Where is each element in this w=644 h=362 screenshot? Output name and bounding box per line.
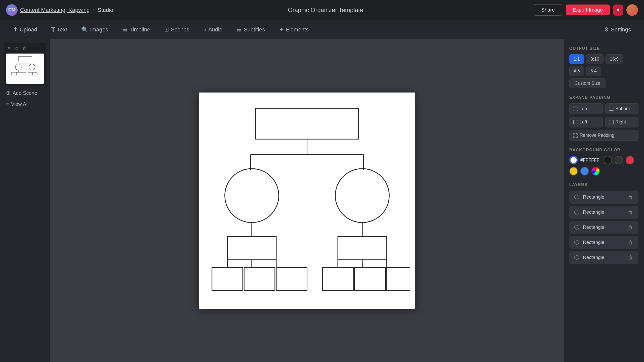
svg-point-4	[29, 64, 35, 70]
size-btn-5-4[interactable]: 5:4	[586, 66, 601, 76]
view-all-icon: ≡	[6, 101, 9, 107]
padding-right-icon	[609, 120, 614, 124]
toolbar-scenes[interactable]: ⊡ Scenes	[157, 24, 196, 35]
add-scene-button[interactable]: ⊕ Add Scene	[4, 89, 46, 97]
color-swatch-blue[interactable]	[580, 167, 589, 175]
layer-item-2[interactable]: Rectangle 🗑	[569, 206, 638, 219]
scene-thumbnail[interactable]: ≡ ⧉ 🗑	[4, 43, 46, 86]
toolbar-timeline[interactable]: ▤ Timeline	[115, 24, 157, 35]
layer-label-3: Rectangle	[583, 224, 605, 230]
svg-marker-37	[575, 195, 579, 199]
user-avatar[interactable]	[626, 4, 638, 16]
toolbar-upload[interactable]: ⬆ Upload	[6, 24, 44, 35]
toolbar-subtitles[interactable]: ▤ Subtitles	[229, 24, 272, 35]
svg-rect-12	[256, 108, 358, 139]
padding-left-button[interactable]: Left	[569, 117, 603, 127]
svg-marker-38	[575, 210, 579, 214]
export-image-button[interactable]: Export Image	[566, 5, 610, 15]
layer-icon-3	[573, 224, 580, 231]
padding-top-button[interactable]: Top	[569, 103, 603, 114]
layer-delete-5[interactable]: 🗑	[626, 254, 634, 261]
color-swatch-white[interactable]	[569, 156, 578, 164]
layer-label-4: Rectangle	[583, 240, 605, 245]
scene-delete-icon[interactable]: 🗑	[21, 45, 29, 52]
elements-icon: ✦	[279, 26, 284, 33]
color-swatch-red[interactable]	[626, 156, 634, 164]
layer-delete-4[interactable]: 🗑	[626, 239, 634, 246]
remove-padding-button[interactable]: Remove Padding	[569, 130, 638, 141]
svg-point-17	[225, 168, 278, 222]
padding-bottom-button[interactable]: Bottom	[605, 103, 639, 114]
view-all-label: View All	[11, 101, 29, 107]
images-icon: 🔍	[81, 26, 88, 33]
breadcrumb-sep: ›	[93, 7, 95, 13]
size-btn-16-9[interactable]: 16:9	[606, 54, 623, 64]
svg-rect-10	[28, 72, 32, 75]
export-dropdown-button[interactable]: ▾	[613, 5, 623, 16]
color-swatch-darkgray[interactable]	[615, 156, 623, 164]
toolbar-text[interactable]: T Text	[44, 24, 74, 36]
layer-item-5[interactable]: Rectangle 🗑	[569, 251, 638, 264]
layer-icon-5	[573, 254, 580, 261]
add-scene-icon: ⊕	[6, 90, 11, 96]
custom-size-button[interactable]: Custom Size	[569, 78, 606, 88]
svg-point-3	[15, 64, 21, 70]
canvas[interactable]	[199, 93, 415, 309]
toolbar-upload-label: Upload	[20, 26, 37, 33]
color-swatch-yellow[interactable]	[569, 167, 578, 175]
left-panel: ≡ ⧉ 🗑	[0, 39, 50, 362]
view-all-button[interactable]: ≡ View All	[4, 100, 46, 108]
layer-icon-4	[573, 239, 580, 246]
brand-avatar: CM	[6, 4, 18, 16]
layer-item-3[interactable]: Rectangle 🗑	[569, 221, 638, 234]
toolbar-images[interactable]: 🔍 Images	[74, 24, 115, 35]
text-icon: T	[51, 26, 55, 33]
toolbar-audio[interactable]: ♪ Audio	[196, 24, 229, 35]
scene-list-icon[interactable]: ≡	[6, 45, 12, 52]
padding-grid: Top Bottom Left Right	[569, 103, 638, 127]
toolbar-elements[interactable]: ✦ Elements	[272, 24, 316, 35]
svg-point-18	[335, 168, 389, 222]
scene-thumb-actions: ≡ ⧉ 🗑	[6, 45, 44, 52]
padding-bottom-icon	[609, 107, 614, 111]
size-btn-9-16[interactable]: 9:16	[586, 54, 603, 64]
add-scene-label: Add Scene	[13, 90, 37, 96]
share-button[interactable]: Share	[534, 4, 562, 16]
breadcrumb-link[interactable]: Content Marketing, Kapwing	[20, 7, 90, 13]
right-panel: OUTPUT SIZE 1:1 9:16 16:9 4:5 5:4 Custom…	[564, 39, 644, 362]
color-row: #FFFFFF	[569, 156, 638, 175]
remove-padding-label: Remove Padding	[580, 133, 614, 138]
nav-actions: Share Export Image ▾	[534, 4, 638, 16]
color-swatch-black[interactable]	[603, 156, 612, 164]
layer-delete-3[interactable]: 🗑	[626, 224, 634, 231]
svg-rect-8	[16, 72, 21, 75]
thumb-canvas	[6, 54, 44, 84]
layer-item-4[interactable]: Rectangle 🗑	[569, 236, 638, 249]
svg-rect-35	[354, 267, 385, 291]
toolbar-settings-label: Settings	[611, 26, 631, 33]
svg-rect-23	[227, 237, 276, 260]
size-btn-4-5[interactable]: 4:5	[569, 66, 584, 76]
padding-right-button[interactable]: Right	[605, 117, 639, 127]
svg-marker-40	[575, 240, 579, 245]
color-swatch-rainbow[interactable]	[591, 167, 600, 175]
svg-rect-0	[18, 57, 32, 61]
layer-item-1[interactable]: Rectangle 🗑	[569, 191, 638, 204]
scene-duplicate-icon[interactable]: ⧉	[13, 45, 20, 52]
svg-rect-29	[244, 267, 275, 291]
topnav: CM Content Marketing, Kapwing › Studio G…	[0, 0, 644, 20]
toolbar-subtitles-label: Subtitles	[244, 26, 265, 33]
bg-color-title: BACKGROUND COLOR	[569, 148, 638, 152]
layer-delete-2[interactable]: 🗑	[626, 209, 634, 216]
canvas-area	[50, 39, 564, 362]
bg-color-section: BACKGROUND COLOR #FFFFFF	[569, 148, 638, 175]
size-btn-1-1[interactable]: 1:1	[569, 54, 584, 64]
output-size-section: OUTPUT SIZE 1:1 9:16 16:9 4:5 5:4 Custom…	[569, 46, 638, 88]
expand-padding-section: EXPAND PADDING Top Bottom Left Right	[569, 95, 638, 141]
svg-rect-24	[338, 237, 387, 260]
breadcrumb: Content Marketing, Kapwing › Studio	[20, 7, 113, 13]
toolbar-settings[interactable]: ⚙ Settings	[597, 24, 638, 35]
layer-delete-1[interactable]: 🗑	[626, 194, 634, 201]
remove-padding-icon	[573, 133, 578, 138]
layer-label-5: Rectangle	[583, 255, 605, 260]
